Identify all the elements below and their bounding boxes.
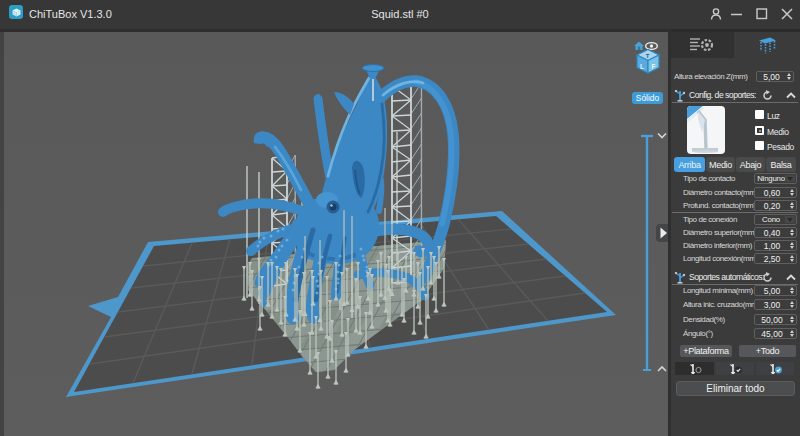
svg-text:T: T — [646, 53, 650, 59]
svg-text:F: F — [652, 63, 656, 70]
svg-text:L: L — [640, 63, 644, 70]
